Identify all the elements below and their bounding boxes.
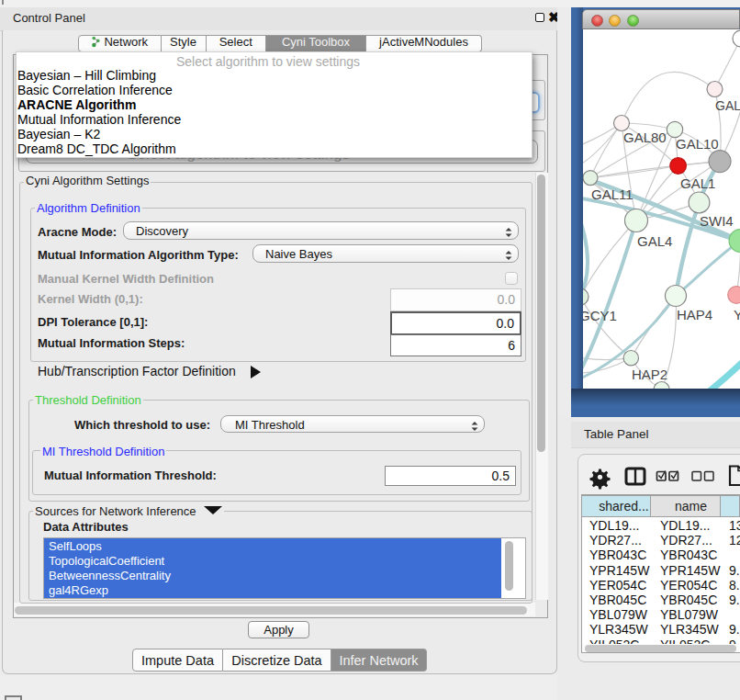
svg-text:HAP4: HAP4 [677,307,712,322]
svg-text:GAL11: GAL11 [591,186,633,202]
svg-text:GAL4: GAL4 [637,233,672,249]
svg-text:GAL1: GAL1 [680,175,715,191]
svg-text:SWI4: SWI4 [700,213,734,229]
svg-text:GAL7: GAL7 [715,98,740,113]
svg-text:GCY1: GCY1 [583,308,617,323]
svg-text:HAP2: HAP2 [632,367,667,382]
svg-text:GAL10: GAL10 [676,136,719,152]
svg-text:YEL: YEL [734,307,740,322]
svg-text:GAL80: GAL80 [623,130,667,145]
